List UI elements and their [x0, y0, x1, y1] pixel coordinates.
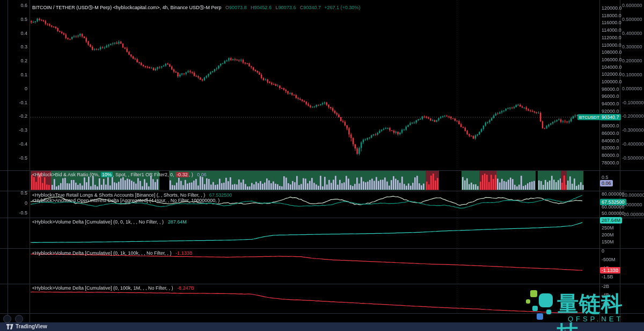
axis-tick: 200M — [602, 232, 614, 238]
oi-delta-legend[interactable]: <Hyblock>Anchored Open Interest Delta [A… — [32, 198, 219, 203]
axis-tick: 112000.0 — [602, 35, 621, 40]
axis-tick: -2B — [602, 284, 609, 289]
axis-tick: 20.000000 — [622, 192, 644, 198]
axis-tick: -20.000000 — [622, 212, 644, 217]
axis-tick: 0.6 — [20, 3, 27, 8]
axis-tick: 0.3 — [20, 44, 27, 49]
axis-tick: 0.000000 — [622, 86, 642, 91]
bid-ask-axis-label: 0.06 — [600, 180, 613, 186]
volume-delta-100k-legend[interactable]: <Hyblock>Volume Delta [Cumulative] (0, 1… — [32, 250, 193, 256]
scale-reset-button[interactable] — [3, 315, 11, 323]
tradingview-brand[interactable]: TradingView — [6, 323, 47, 329]
axis-tick: 84000.0 — [602, 138, 619, 143]
axis-tick: 78000.0 — [602, 160, 619, 166]
oi-delta-text: <Hyblock>Anchored Open Interest Delta [A… — [32, 198, 219, 203]
axis-tick: -0.200000 — [622, 113, 644, 119]
axis-tick: -0.5 — [19, 210, 27, 215]
axis-tick: -0.500000 — [622, 155, 644, 161]
open-value: 90073.8 — [229, 5, 247, 10]
axis-tick: 106000.0 — [602, 57, 622, 62]
symbol-price-tag: BTCUSDT — [577, 114, 601, 120]
pane-separator[interactable] — [0, 170, 644, 171]
axis-tick: 0.5 — [20, 190, 27, 196]
retail-shorts-value: 67.532500 — [209, 192, 232, 198]
axis-tick: -0.400000 — [622, 141, 644, 147]
axis-tick: 0.5 — [602, 175, 609, 180]
volume-delta-1m-text: <Hyblock>Volume Delta [Cumulative] (0, 1… — [32, 285, 173, 291]
pane-separator[interactable] — [0, 218, 644, 218]
symbol-legend[interactable]: BITCOIN / TETHER (USDⓈ-M Perp) <hyblockc… — [32, 4, 360, 11]
axis-tick: 80000.0 — [602, 153, 619, 158]
axis-tick: -0.5 — [19, 155, 27, 161]
axis-tick: 0.400000 — [622, 31, 642, 36]
open-label: O — [225, 5, 229, 10]
axis-tick: 88000.0 — [602, 123, 619, 128]
axis-tick: -1.5B — [602, 274, 613, 279]
axis-tick: 0.600000 — [622, 3, 642, 8]
volume-delta-1k-text: <Hyblock>Volume Delta [Cumulative] (0, 0… — [32, 219, 164, 225]
bid-ask-text: , Spot, , Filter1 OR Filter2, 0, — [113, 172, 175, 177]
pane-separator[interactable] — [0, 284, 644, 284]
high-value: 90452.6 — [254, 5, 272, 10]
volume-delta-1k-axis-label: 287.64M — [600, 217, 622, 224]
axis-tick: 86000.0 — [602, 131, 619, 136]
bid-ask-text: <Hyblock>Bid & Ask Ratio (0%, — [32, 172, 101, 177]
axis-tick: 96000.0 — [602, 93, 619, 99]
axis-tick: 120000.0 — [602, 5, 622, 11]
tradingview-brand-text: TradingView — [16, 323, 47, 329]
axis-tick: 98000.0 — [602, 87, 619, 92]
bid-ask-legend[interactable]: <Hyblock>Bid & Ask Ratio (0%, 10%, Spot,… — [32, 172, 207, 177]
close-value: 90340.7 — [303, 5, 321, 10]
axis-tick: 82000.0 — [602, 145, 619, 150]
axis-tick: 0.4 — [20, 31, 27, 36]
axis-tick: 92000.0 — [602, 109, 619, 114]
axis-tick: -0.3 — [19, 127, 27, 133]
retail-shorts-text: <Hyblock>True Retail Longs & Shorts Acco… — [32, 192, 205, 198]
volume-delta-1k-value: 287.64M — [168, 219, 187, 225]
axis-tick: 114000.0 — [602, 27, 621, 33]
outer-right-scale[interactable]: 0.6000000.5000000.4000000.3000000.200000… — [620, 0, 644, 322]
axis-tick: 0.300000 — [622, 44, 642, 49]
low-value: 90073.6 — [279, 5, 296, 10]
volume-delta-100k-axis-label: -1.133B — [600, 267, 620, 274]
axis-tick: 0.2 — [20, 58, 27, 63]
axis-tick: 0 — [25, 86, 27, 91]
axis-tick: -0.4 — [19, 141, 27, 147]
retail-shorts-legend[interactable]: <Hyblock>True Retail Longs & Shorts Acco… — [32, 192, 232, 198]
pane-separator[interactable] — [0, 191, 644, 191]
last-price-label: 90340.7 — [600, 114, 621, 120]
axis-tick: -0.1 — [19, 100, 27, 105]
watermark-site-text: QFSP.NET — [568, 315, 623, 323]
chart-canvas[interactable] — [0, 0, 644, 331]
axis-tick: -0.100000 — [622, 100, 644, 105]
axis-tick: 0 — [25, 200, 27, 206]
volume-delta-100k-text: <Hyblock>Volume Delta [Cumulative] (0, 1… — [32, 250, 172, 256]
axis-tick: -0.300000 — [622, 127, 644, 133]
axis-tick: 118000.0 — [602, 13, 621, 18]
axis-tick: 0 — [602, 248, 604, 254]
watermark: 量链科技 QFSP.NET — [526, 289, 644, 328]
bid-ask-green-param: 10% — [101, 172, 113, 177]
right-price-scale[interactable]: 120000.0118000.0116000.0114000.0112000.0… — [600, 0, 620, 322]
scale-mode-button[interactable] — [15, 315, 23, 323]
axis-tick: 0.500000 — [622, 17, 642, 22]
axis-tick: 94000.0 — [602, 101, 619, 106]
pane-separator[interactable] — [0, 248, 644, 249]
axis-tick: 116000.0 — [602, 20, 621, 25]
retail-shorts-axis-label: 67.532500 — [600, 199, 626, 205]
plot-left-border — [30, 0, 30, 322]
axis-tick: 0.100000 — [622, 72, 642, 77]
tradingview-logo-icon — [6, 324, 13, 329]
axis-tick: 102000.0 — [602, 71, 622, 77]
axis-tick: 104000.0 — [602, 64, 622, 70]
volume-delta-1k-legend[interactable]: <Hyblock>Volume Delta [Cumulative] (0, 0… — [32, 219, 187, 225]
axis-tick: 0.5 — [20, 17, 27, 22]
axis-tick: -500M — [602, 257, 616, 262]
volume-delta-1m-legend[interactable]: <Hyblock>Volume Delta [Cumulative] (0, 1… — [32, 285, 194, 291]
change-value: +267.1 (+0.30%) — [324, 5, 360, 10]
axis-tick: 250M — [602, 225, 614, 231]
axis-tick: -0.2 — [19, 113, 27, 119]
bid-ask-value: 0.06 — [197, 172, 207, 177]
symbol-title: BITCOIN / TETHER (USDⓈ-M Perp) <hyblockc… — [32, 5, 221, 10]
left-price-scale[interactable]: 0.60.50.40.30.20.10-0.1-0.2-0.3-0.4-0.50… — [8, 0, 30, 322]
